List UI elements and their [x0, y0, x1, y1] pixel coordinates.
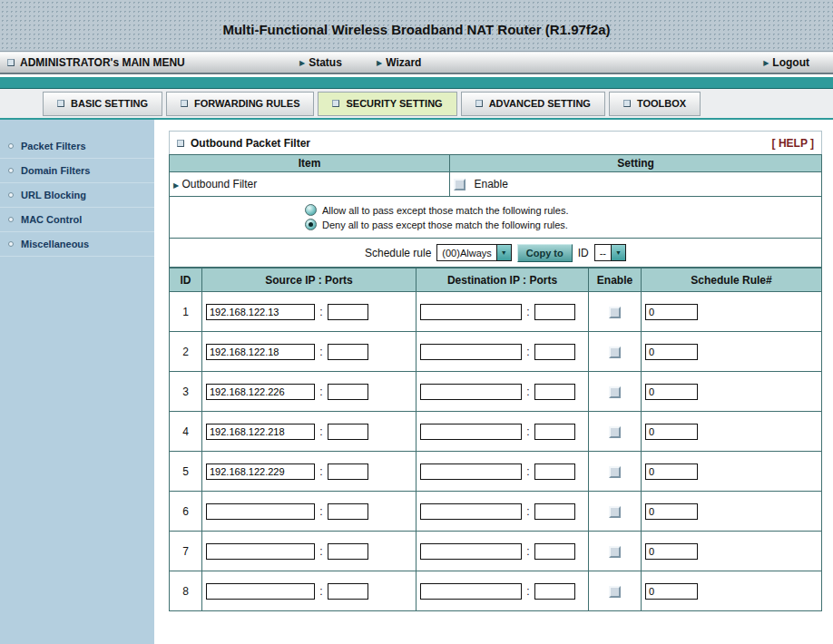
schedule-rule-input[interactable] — [645, 424, 698, 440]
schedule-rule-input[interactable] — [645, 503, 698, 520]
dest-ip-input[interactable] — [420, 384, 522, 400]
rule-enable-checkbox[interactable] — [609, 307, 621, 318]
rule-enable-checkbox[interactable] — [609, 506, 621, 518]
sidebar-item-label: Packet Filters — [21, 141, 86, 151]
tab-forwarding-rules[interactable]: FORWARDING RULES — [166, 92, 315, 116]
dest-ip-input[interactable] — [420, 344, 522, 360]
copy-to-button[interactable]: Copy to — [517, 244, 573, 262]
filter-rules-table: ID Source IP : Ports Destination IP : Po… — [169, 268, 822, 611]
filter-rule-row: 6 : : — [170, 492, 822, 532]
top-tab-bar: BASIC SETTING FORWARDING RULES SECURITY … — [0, 89, 833, 120]
col-header-source: Source IP : Ports — [202, 268, 416, 292]
colon-separator: : — [526, 585, 529, 598]
rule-enable-checkbox[interactable] — [609, 466, 621, 478]
destination-cell: : — [416, 292, 589, 332]
outbound-filter-row-label: ▶ Outbound Filter — [170, 172, 450, 197]
schedule-rule-input[interactable] — [645, 344, 698, 360]
schedule-rule-input[interactable] — [645, 304, 698, 320]
destination-cell: : — [416, 372, 589, 412]
schedule-rule-input[interactable] — [645, 384, 698, 400]
schedule-cell — [642, 372, 822, 412]
destination-cell: : — [416, 332, 589, 372]
allow-label: Allow all to pass except those match the… — [322, 205, 568, 216]
source-ip-input[interactable] — [206, 424, 315, 440]
help-link[interactable]: [ HELP ] — [772, 137, 814, 150]
col-header-id: ID — [170, 268, 202, 292]
dest-ip-input[interactable] — [420, 543, 522, 560]
schedule-rule-input[interactable] — [645, 583, 698, 600]
dest-port-input[interactable] — [534, 304, 575, 320]
source-port-input[interactable] — [328, 304, 368, 320]
dest-port-input[interactable] — [534, 344, 575, 360]
source-port-input[interactable] — [328, 344, 368, 360]
colon-separator: : — [319, 346, 322, 358]
tab-basic-setting[interactable]: BASIC SETTING — [43, 92, 162, 116]
outbound-filter-enable-checkbox[interactable] — [454, 179, 466, 190]
dest-ip-input[interactable] — [420, 463, 522, 480]
rule-enable-checkbox[interactable] — [609, 386, 621, 398]
dest-port-input[interactable] — [534, 583, 575, 600]
rule-enable-checkbox[interactable] — [609, 586, 621, 598]
policy-option-deny: Deny all to pass except those match the … — [305, 219, 686, 230]
settings-table: Item Setting ▶ Outbound Filter Enable Al… — [169, 154, 822, 268]
tab-toolbox[interactable]: TOOLBOX — [609, 92, 701, 116]
schedule-rule-input[interactable] — [645, 463, 698, 480]
sidebar-item-packet-filters[interactable]: Packet Filters — [0, 134, 154, 159]
menu-item-status[interactable]: ▶ Status — [299, 53, 342, 73]
enable-cell — [589, 292, 642, 332]
row-id: 7 — [170, 532, 202, 571]
enable-cell — [589, 412, 642, 452]
outbound-filter-label: Outbound Filter — [182, 178, 258, 190]
source-port-input[interactable] — [328, 543, 368, 560]
schedule-cell — [642, 332, 822, 372]
source-ip-input[interactable] — [206, 344, 315, 360]
source-ip-input[interactable] — [206, 304, 315, 320]
dest-port-input[interactable] — [534, 503, 575, 520]
allow-radio[interactable] — [305, 204, 317, 216]
dest-ip-input[interactable] — [420, 583, 522, 600]
source-ip-input[interactable] — [206, 543, 315, 560]
source-port-input[interactable] — [328, 424, 368, 440]
rule-enable-checkbox[interactable] — [609, 546, 621, 558]
sidebar-item-mac-control[interactable]: MAC Control — [0, 208, 154, 232]
filter-rule-row: 5 : : — [170, 452, 822, 492]
source-ip-input[interactable] — [206, 583, 315, 600]
source-port-input[interactable] — [328, 583, 368, 600]
menu-item-wizard[interactable]: ▶ Wizard — [377, 53, 421, 73]
source-ip-input[interactable] — [206, 384, 315, 400]
tab-advanced-setting[interactable]: ADVANCED SETTING — [461, 92, 605, 116]
dest-ip-input[interactable] — [420, 424, 522, 440]
deny-radio[interactable] — [305, 219, 317, 230]
deny-label: Deny all to pass except those match the … — [322, 220, 568, 230]
menu-item-logout[interactable]: ▶ Logout — [763, 53, 809, 73]
sidebar-item-miscellaneous[interactable]: Miscellaneous — [0, 232, 154, 257]
rule-enable-checkbox[interactable] — [609, 426, 621, 438]
colon-separator: : — [526, 545, 529, 558]
dest-port-input[interactable] — [534, 424, 575, 440]
sidebar-item-domain-filters[interactable]: Domain Filters — [0, 159, 154, 183]
tab-security-setting[interactable]: SECURITY SETTING — [318, 92, 456, 116]
source-port-input[interactable] — [328, 463, 368, 480]
source-ip-input[interactable] — [206, 503, 315, 520]
schedule-rule-input[interactable] — [645, 543, 698, 560]
colon-separator: : — [526, 306, 529, 318]
schedule-rule-select[interactable]: (00)Always ▼ — [436, 244, 511, 261]
enable-label: Enable — [475, 178, 508, 190]
source-port-input[interactable] — [328, 384, 368, 400]
source-ip-input[interactable] — [206, 463, 315, 480]
dest-ip-input[interactable] — [420, 503, 522, 520]
copy-id-select[interactable]: -- ▼ — [594, 244, 626, 261]
enable-cell — [589, 532, 642, 571]
rule-enable-checkbox[interactable] — [609, 346, 621, 358]
col-header-destination: Destination IP : Ports — [416, 268, 589, 292]
menubar: ADMINISTRATOR's MAIN MENU ▶ Status ▶ Wiz… — [0, 52, 833, 74]
sidebar-item-url-blocking[interactable]: URL Blocking — [0, 183, 154, 208]
col-header-enable: Enable — [589, 268, 642, 292]
dest-ip-input[interactable] — [420, 304, 522, 320]
source-port-input[interactable] — [328, 503, 368, 520]
row-id: 3 — [170, 372, 202, 412]
schedule-cell: Schedule rule (00)Always ▼ Copy to ID --… — [170, 239, 822, 268]
dest-port-input[interactable] — [534, 384, 575, 400]
dest-port-input[interactable] — [534, 463, 575, 480]
dest-port-input[interactable] — [534, 543, 575, 560]
